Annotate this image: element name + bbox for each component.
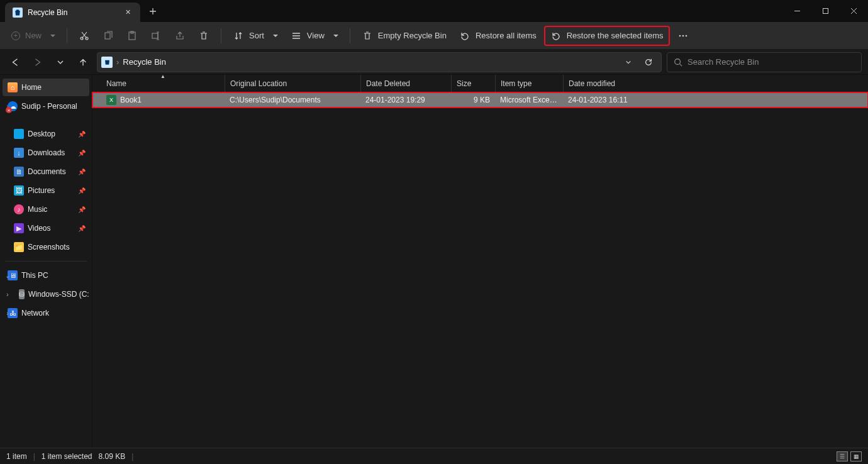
sidebar-item-network[interactable]: › 🖧 Network	[3, 304, 89, 322]
sidebar-item-pictures[interactable]: 🖼 Pictures 📌	[3, 182, 89, 199]
close-window-button[interactable]	[840, 0, 868, 22]
pin-icon: 📌	[78, 187, 86, 194]
music-icon: ♪	[14, 204, 24, 214]
drive-icon: ⛁	[19, 289, 25, 299]
delete-icon	[198, 30, 209, 41]
sidebar-item-screenshots[interactable]: 📁 Screenshots	[3, 238, 89, 256]
view-icon	[291, 30, 302, 41]
file-date-deleted: 24-01-2023 19:29	[360, 96, 451, 104]
tab-recycle-bin[interactable]: Recycle Bin ✕	[5, 3, 140, 22]
sidebar-label: Windows-SSD (C:	[28, 290, 89, 299]
cut-button[interactable]	[74, 26, 95, 46]
recycle-bin-icon	[101, 57, 113, 68]
videos-icon: ▶	[14, 223, 24, 233]
file-item-type: Microsoft Excel W...	[495, 96, 563, 104]
new-button[interactable]: + New	[6, 26, 60, 46]
svg-rect-3	[105, 33, 110, 39]
view-button[interactable]: View	[286, 26, 343, 46]
sidebar-item-downloads[interactable]: ↓ Downloads 📌	[3, 144, 89, 162]
file-row[interactable]: X Book1 C:\Users\Sudip\Documents 24-01-2…	[92, 92, 868, 108]
file-size: 9 KB	[451, 96, 495, 104]
empty-recycle-bin-button[interactable]: Empty Recycle Bin	[357, 26, 452, 46]
search-icon	[674, 58, 682, 67]
status-selected-size: 8.09 KB	[99, 452, 126, 461]
sidebar-item-videos[interactable]: ▶ Videos 📌	[3, 219, 89, 237]
sidebar-item-music[interactable]: ♪ Music 📌	[3, 201, 89, 218]
title-bar: Recycle Bin ✕	[0, 0, 868, 22]
svg-point-7	[679, 35, 681, 36]
file-original-location: C:\Users\Sudip\Documents	[225, 96, 360, 104]
minimize-button[interactable]	[783, 0, 811, 22]
desktop-icon	[14, 129, 24, 139]
separator	[350, 28, 350, 43]
sort-button[interactable]: Sort	[228, 26, 283, 46]
column-date-deleted[interactable]: Date Deleted	[360, 75, 451, 92]
column-original-location[interactable]: Original Location	[225, 75, 360, 92]
more-button[interactable]	[672, 26, 694, 46]
pin-icon: 📌	[78, 225, 86, 232]
more-icon	[677, 30, 689, 41]
sidebar-item-onedrive[interactable]: › ☁ Sudip - Personal	[3, 97, 89, 115]
rename-button[interactable]	[145, 26, 167, 46]
back-button[interactable]	[6, 53, 24, 71]
copy-button[interactable]	[97, 26, 119, 46]
column-label: Name	[106, 79, 126, 88]
tab-close-button[interactable]: ✕	[123, 8, 133, 18]
explorer-window: Recycle Bin ✕ + New Sort	[0, 0, 868, 464]
address-dropdown-button[interactable]	[621, 55, 636, 70]
sidebar-item-thispc[interactable]: ⌄ 🖥 This PC	[3, 267, 89, 284]
column-name[interactable]: Name ▲	[101, 75, 225, 92]
search-input[interactable]	[687, 57, 855, 67]
chevron-right-icon[interactable]: ›	[4, 291, 11, 298]
forward-button[interactable]	[29, 53, 47, 71]
home-icon: ⌂	[8, 82, 18, 92]
maximize-button[interactable]	[811, 0, 840, 22]
sidebar-item-drive-c[interactable]: › ⛁ Windows-SSD (C:	[3, 285, 89, 303]
file-date-modified: 24-01-2023 16:11	[563, 96, 638, 104]
icons-view-button[interactable]: ▦	[850, 451, 862, 461]
sidebar-label: Pictures	[28, 186, 55, 195]
column-headers: Name ▲ Original Location Date Deleted Si…	[92, 75, 868, 92]
chevron-down-icon[interactable]: ⌄	[4, 272, 11, 279]
sidebar-label: Downloads	[28, 148, 65, 157]
delete-button[interactable]	[193, 26, 214, 46]
chevron-right-icon: ›	[116, 57, 119, 67]
sidebar-item-documents[interactable]: 🗎 Documents 📌	[3, 163, 89, 180]
pin-icon: 📌	[78, 168, 86, 175]
restore-selected-button[interactable]: Restore the selected items	[544, 26, 670, 46]
separator	[67, 28, 67, 43]
sidebar-item-desktop[interactable]: Desktop 📌	[3, 125, 89, 143]
column-date-modified[interactable]: Date modified	[563, 75, 638, 92]
up-button[interactable]	[74, 53, 92, 71]
address-bar[interactable]: › Recycle Bin	[97, 52, 662, 72]
sidebar-label: Desktop	[28, 130, 55, 138]
paste-button[interactable]	[121, 26, 143, 46]
sort-icon	[233, 30, 244, 41]
chevron-right-icon[interactable]: ›	[4, 310, 11, 317]
documents-icon: 🗎	[14, 167, 24, 177]
nav-bar: › Recycle Bin	[0, 50, 868, 75]
restore-all-button[interactable]: Restore all items	[454, 26, 542, 46]
sidebar-label: Documents	[28, 167, 66, 176]
status-item-count: 1 item	[6, 452, 27, 461]
restore-selected-label: Restore the selected items	[567, 31, 664, 40]
search-box[interactable]	[667, 52, 862, 72]
recycle-bin-icon	[13, 8, 23, 18]
status-selected-count: 1 item selected	[42, 452, 92, 461]
content-pane: Name ▲ Original Location Date Deleted Si…	[92, 75, 868, 448]
breadcrumb-recycle-bin[interactable]: Recycle Bin	[123, 57, 166, 67]
refresh-button[interactable]	[640, 53, 657, 71]
sidebar-item-home[interactable]: ⌂ Home	[3, 79, 89, 96]
recent-button[interactable]	[52, 53, 69, 71]
new-tab-button[interactable]	[140, 0, 165, 22]
sidebar-label: Home	[21, 83, 42, 92]
column-size[interactable]: Size	[451, 75, 495, 92]
excel-file-icon: X	[106, 95, 116, 105]
empty-label: Empty Recycle Bin	[378, 31, 447, 40]
column-item-type[interactable]: Item type	[495, 75, 563, 92]
details-view-button[interactable]: ☰	[837, 451, 848, 461]
share-button[interactable]	[169, 26, 191, 46]
folder-icon: 📁	[14, 242, 24, 252]
onedrive-icon: ☁	[8, 101, 18, 111]
column-label: Original Location	[230, 79, 287, 88]
